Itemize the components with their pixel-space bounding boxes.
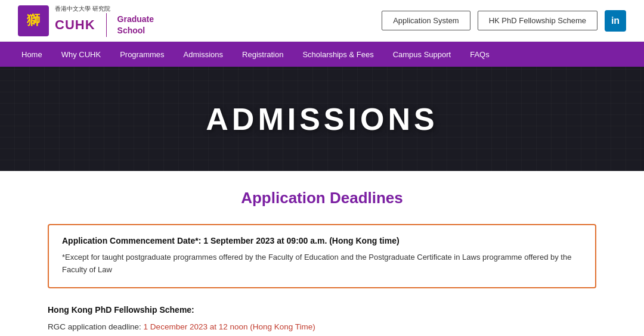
logo-en-line1: Graduate (117, 14, 154, 24)
linkedin-button[interactable]: in (605, 10, 626, 32)
nav-why-cuhk[interactable]: Why CUHK (52, 42, 110, 67)
fellowship-row-rgc: RGC application deadline: 1 December 202… (48, 321, 596, 334)
main-content: Application Deadlines Application Commen… (0, 171, 644, 336)
logo-en-line2: School (117, 25, 154, 36)
header-buttons: Application System HK PhD Fellowship Sch… (382, 10, 626, 32)
logo-cuhk-text: CUHK (55, 17, 95, 33)
nav-scholarships-fees[interactable]: Scholarships & Fees (293, 42, 383, 67)
svg-text:獅: 獅 (26, 13, 40, 27)
section-title: Application Deadlines (48, 189, 596, 207)
nav-programmes[interactable]: Programmes (110, 42, 174, 67)
hk-phd-fellowship-button[interactable]: HK PhD Fellowship Scheme (478, 11, 597, 30)
logo-divider (106, 13, 107, 37)
hero-section: ADMISSIONS (0, 67, 644, 171)
graduate-school-text: Graduate School (117, 14, 154, 35)
logo-cn-text: 香港中文大學 研究院 (55, 5, 154, 13)
nav-admissions[interactable]: Admissions (174, 42, 233, 67)
rgc-label: RGC application deadline: (48, 322, 144, 331)
logo-area: 獅 香港中文大學 研究院 CUHK Graduate School (18, 5, 382, 37)
header: 獅 香港中文大學 研究院 CUHK Graduate School Applic… (0, 0, 644, 42)
nav-faqs[interactable]: FAQs (460, 42, 499, 67)
rgc-date: 1 December 2023 at 12 noon (Hong Kong Ti… (144, 322, 315, 331)
nav-registration[interactable]: Registration (233, 42, 293, 67)
notice-box-title: Application Commencement Date*: 1 Septem… (62, 236, 582, 245)
cuhk-logo-icon: 獅 (18, 5, 49, 36)
fellowship-section: Hong Kong PhD Fellowship Scheme: RGC app… (48, 305, 596, 336)
notice-box-body: *Except for taught postgraduate programm… (62, 251, 582, 276)
fellowship-title: Hong Kong PhD Fellowship Scheme: (48, 305, 596, 315)
logo-text-block: 香港中文大學 研究院 CUHK Graduate School (55, 5, 154, 37)
notice-box: Application Commencement Date*: 1 Septem… (48, 224, 596, 288)
nav-home[interactable]: Home (12, 42, 52, 67)
main-nav: Home Why CUHK Programmes Admissions Regi… (0, 42, 644, 67)
content-wrapper: Application Deadlines Application Commen… (0, 171, 644, 336)
hero-title: ADMISSIONS (206, 101, 438, 137)
nav-campus-support[interactable]: Campus Support (383, 42, 461, 67)
application-system-button[interactable]: Application System (382, 11, 470, 30)
